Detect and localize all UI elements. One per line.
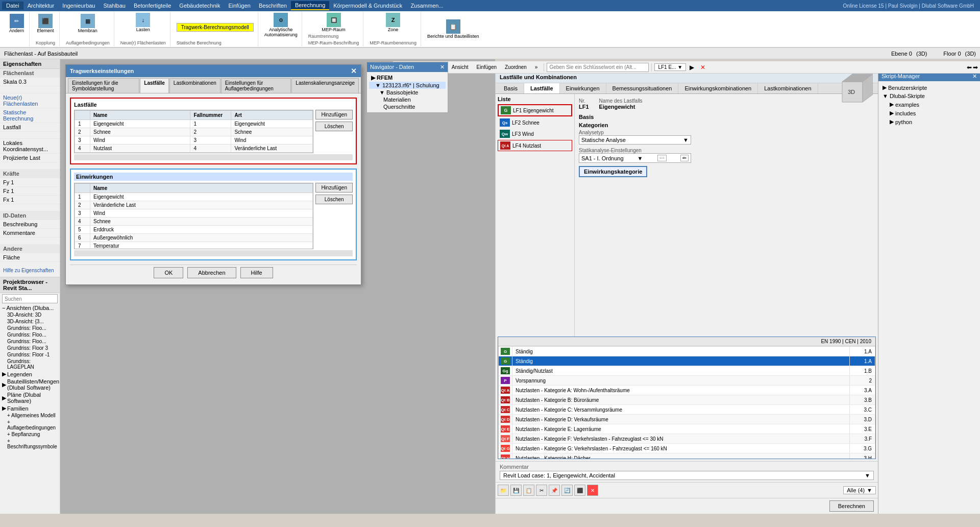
tb2-close[interactable]: ✕: [698, 63, 708, 72]
btn-berichte[interactable]: 📋 Berichte und Bauteillisten: [427, 19, 479, 39]
tragwerk-tab-lastenskalierung[interactable]: Lastenskalierungsanzeige: [291, 78, 359, 93]
tragwerk-close-icon[interactable]: ✕: [351, 67, 357, 75]
einwirk-row[interactable]: Qt A Nutzlasten - Kategorie A: Wohn-/Auf…: [499, 386, 875, 395]
nav-item-basisobjekte[interactable]: ▼ Basisobjekte: [369, 89, 446, 96]
lf-tb-btn-1[interactable]: 📁: [498, 485, 509, 496]
ew-table-row[interactable]: 3 Wind: [75, 209, 313, 218]
prop-link[interactable]: Hilfe zu Eigenschaften: [0, 266, 60, 275]
tragwerk-tab-auflagerbedingungen[interactable]: Einstellungen für Auflagerbedingungen: [221, 78, 291, 93]
ew-table-row[interactable]: 4 Schnee: [75, 218, 313, 226]
script-item-python[interactable]: ▶python: [880, 117, 978, 126]
ew-table-row[interactable]: 5 Erddruck: [75, 226, 313, 234]
btn-loeschen-ew[interactable]: Löschen: [315, 195, 353, 204]
project-item-bepflanzung[interactable]: + Bepflanzung: [0, 431, 60, 438]
einwirk-row[interactable]: Gg Ständig/Nutzlast 1.B: [499, 366, 875, 376]
lastfaelle-tab-basis[interactable]: Basis: [498, 83, 524, 93]
nav-item-querschnitte[interactable]: Querschnitte: [369, 103, 446, 110]
prop-statische-berechnung[interactable]: Statische Berechnung: [0, 108, 60, 123]
project-item-gr4[interactable]: Grundriss: Floor 3: [0, 345, 60, 351]
statik-dropdown[interactable]: SA1 - I. Ordnung ▼ ⋯ ✏: [579, 153, 691, 163]
lf-footer-dropdown[interactable]: Alle (4) ▼: [843, 486, 876, 494]
lf-tb-btn-3[interactable]: 📋: [523, 485, 534, 496]
script-item-examples[interactable]: ▶examples: [880, 100, 978, 109]
lf-item-lf2[interactable]: Qs LF2 Schnee: [498, 117, 572, 128]
lastfaelle-scrollbar[interactable]: [74, 154, 353, 160]
tragwerk-tab-lastkombinationen[interactable]: Lastkombinationen: [169, 78, 220, 93]
kommentar-dropdown[interactable]: Revit Load case: 1, Eigengewicht, Accide…: [500, 471, 874, 480]
project-item-ansichten[interactable]: −Ansichten (Dluba...: [0, 304, 60, 312]
ew-scrollbar[interactable]: [74, 250, 353, 256]
lf-table-row[interactable]: 4 Nutzlast 4 Veränderliche Last: [75, 145, 313, 153]
project-item-plaene[interactable]: ▶Pläne (Dlubal Software): [0, 391, 60, 404]
btn-analytisch[interactable]: ⚙ AnalytischeAutomatisierung: [264, 13, 298, 37]
lastfaelle-tab-lastfaelle[interactable]: Lastfälle: [524, 83, 560, 93]
project-item-gr3[interactable]: Grundriss: Floo...: [0, 338, 60, 345]
nav-item-schulung[interactable]: ▼ 123123.rf6* | Schulung: [369, 82, 446, 89]
tb2-more[interactable]: »: [531, 63, 542, 71]
btn-tragwerk-dropdown[interactable]: Tragwerk-Berechnungsmodell: [177, 23, 254, 32]
tab-koerpermodell[interactable]: Körpermodell & Grundstück: [329, 2, 406, 10]
nav-item-rfem[interactable]: ▶ RFEM: [369, 74, 446, 82]
tb2-einfuegen[interactable]: Einfügen: [473, 63, 500, 71]
btn-membran[interactable]: ▦ Membran: [66, 13, 110, 34]
lf-table-row[interactable]: 2 Schnee 2 Schnee: [75, 128, 313, 136]
tb2-forward[interactable]: ➡: [973, 64, 978, 71]
einwirk-row[interactable]: Qt G Nutzlasten - Kategorie G: Verkehrsl…: [499, 444, 875, 453]
statik-btn-right[interactable]: ⋯: [657, 155, 667, 161]
lf-table-row[interactable]: 3 Wind 3 Wind: [75, 136, 313, 145]
tab-datei[interactable]: Datei: [2, 2, 23, 10]
lf-table-row[interactable]: 1 Eigengewicht 1 Eigengewicht: [75, 120, 313, 128]
project-item-bauteile[interactable]: ▶Bauteillisten/Mengen (Dlubal Software): [0, 378, 60, 391]
search-input[interactable]: [547, 63, 649, 72]
tb2-ansicht[interactable]: Ansicht: [448, 63, 472, 71]
lastfaelle-tab-einwirkungskombinationen[interactable]: Einwirkungskombinationen: [678, 83, 758, 93]
lf-item-lf4[interactable]: Qt A LF4 Nutzlast: [498, 140, 572, 151]
btn-mep-raum[interactable]: 🔲 MEP-Raum: [308, 13, 359, 32]
btn-hinzufuegen-ew[interactable]: Hinzufügen: [315, 183, 353, 193]
tab-betonfertigteile[interactable]: Betonfertigteile: [130, 2, 175, 10]
btn-loeschen-lastfaelle[interactable]: Löschen: [315, 122, 353, 131]
einwirk-row[interactable]: Qt H Nutzlasten - Kategorie H: Dächer 3.…: [499, 453, 875, 459]
tab-zusammen[interactable]: Zusammen...: [406, 2, 447, 10]
analysetyp-dropdown[interactable]: Statische Analyse ▼: [579, 135, 691, 145]
lf-tb-btn-7[interactable]: ⬛: [574, 485, 585, 496]
tb2-play[interactable]: ▶: [687, 63, 697, 72]
project-item-beschriftung[interactable]: + Beschriftungssymbole: [0, 438, 60, 450]
einwirk-row[interactable]: P Vorspannung 2: [499, 376, 875, 386]
tb2-zuordnen[interactable]: Zuordnen: [501, 63, 530, 71]
einwirkungskategorie-label[interactable]: Einwirkungskategorie: [579, 166, 647, 177]
nav-item-materialien[interactable]: Materialien: [369, 96, 446, 103]
project-item-gr1[interactable]: Grundriss: Floo...: [0, 325, 60, 331]
tab-beschriften[interactable]: Beschriften: [255, 2, 291, 10]
project-item-auflager[interactable]: + Auflagerbedingungen: [0, 419, 60, 431]
lastfaelle-tab-lastkombinationen[interactable]: Lastkombinationen: [758, 83, 818, 93]
einwirk-row[interactable]: Qt C Nutzlasten - Kategorie C: Versammlu…: [499, 405, 875, 415]
lf-tb-btn-5[interactable]: 📌: [549, 485, 560, 496]
script-item-dlubal[interactable]: ▼Dlubal-Skripte: [880, 92, 978, 100]
btn-aendern[interactable]: ✏ Ändern: [8, 13, 25, 34]
btn-zone[interactable]: Z Zone: [370, 13, 416, 32]
tb2-back[interactable]: ⬅: [967, 64, 972, 71]
tab-ingenieurbau[interactable]: Ingenieurbau: [58, 2, 99, 10]
navigator-titlebar[interactable]: Navigator - Daten ✕: [367, 62, 448, 72]
einwirk-row[interactable]: G Ständig 1.A: [499, 347, 875, 356]
script-item-includes[interactable]: ▶includes: [880, 109, 978, 117]
tab-einfuegen[interactable]: Einfügen: [224, 2, 254, 10]
tab-gebaeudetechnik[interactable]: Gebäudetechnik: [175, 2, 224, 10]
einwirk-row[interactable]: G Ständig 1.A: [499, 356, 875, 366]
project-search-input[interactable]: [2, 294, 58, 303]
script-item-benutzerskripte[interactable]: ▶Benutzerskripte: [880, 83, 978, 92]
lf-tb-btn-4[interactable]: ✂: [536, 485, 547, 496]
project-item-legenden[interactable]: ▶Legenden: [0, 370, 60, 378]
ew-table-row[interactable]: 7 Temperatur: [75, 242, 313, 250]
project-item-3d2[interactable]: 3D-Ansicht: {3...: [0, 318, 60, 325]
tragwerk-tab-lastfaelle[interactable]: Lastfälle: [140, 78, 169, 93]
tab-stahlbau[interactable]: Stahlbau: [100, 2, 130, 10]
project-item-3d1[interactable]: 3D-Ansicht: 3D: [0, 312, 60, 318]
einwirk-row[interactable]: Qt E Nutzlasten - Kategorie E: Lagerräum…: [499, 424, 875, 434]
tragwerk-titlebar[interactable]: Tragwerkseinstellungen ✕: [66, 65, 361, 77]
btn-berechnen[interactable]: Berechnen: [829, 500, 874, 512]
btn-ok[interactable]: OK: [154, 267, 183, 278]
project-item-gr2[interactable]: Grundriss: Floo...: [0, 331, 60, 338]
ew-table-row[interactable]: 6 Außergewöhnlich: [75, 234, 313, 242]
